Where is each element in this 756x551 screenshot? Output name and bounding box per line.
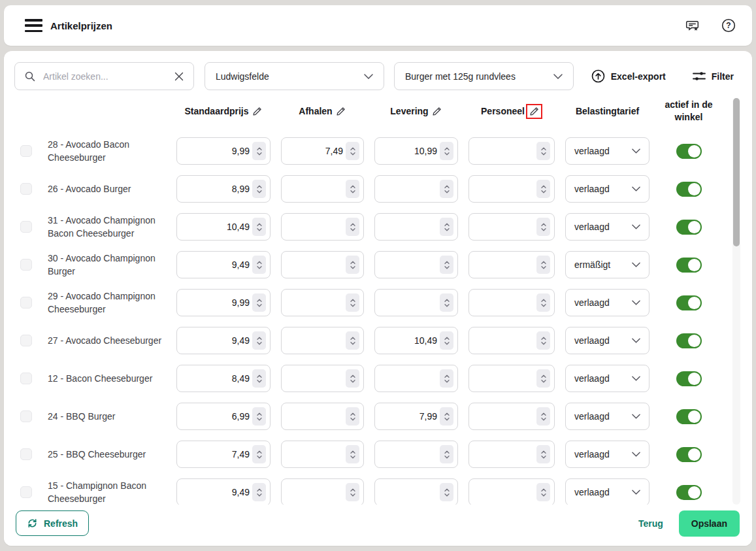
edit-pencil-icon[interactable] — [335, 106, 346, 117]
staff-price-value[interactable] — [478, 184, 536, 194]
feedback-icon[interactable] — [684, 18, 700, 33]
tax-rate-select[interactable]: verlaagd — [565, 175, 649, 203]
staff-price-input[interactable] — [468, 175, 555, 203]
active-toggle[interactable] — [676, 295, 702, 310]
pickup-price-value[interactable] — [290, 449, 346, 459]
pickup-price-input[interactable] — [281, 175, 364, 203]
tax-rate-select[interactable]: verlaagd — [565, 441, 649, 468]
pickup-price-value[interactable] — [290, 335, 346, 346]
pickup-price-input[interactable] — [281, 365, 364, 392]
delivery-price-input[interactable] — [374, 137, 458, 165]
active-toggle[interactable] — [676, 144, 702, 159]
standard-price-input[interactable] — [176, 289, 271, 316]
standard-price-value[interactable] — [186, 449, 252, 459]
row-checkbox[interactable] — [20, 183, 32, 195]
stepper-arrows-icon[interactable] — [536, 445, 550, 463]
stepper-arrows-icon[interactable] — [536, 142, 550, 160]
staff-price-input[interactable] — [468, 251, 555, 278]
staff-price-input[interactable] — [468, 327, 555, 354]
stepper-arrows-icon[interactable] — [346, 180, 359, 198]
pickup-price-input[interactable] — [281, 441, 364, 468]
row-checkbox[interactable] — [20, 410, 32, 422]
refresh-button[interactable]: Refresh — [16, 510, 89, 536]
delivery-price-value[interactable] — [384, 222, 440, 232]
pickup-price-input[interactable] — [281, 213, 364, 241]
standard-price-value[interactable] — [186, 411, 252, 422]
tax-rate-select[interactable]: verlaagd — [565, 365, 649, 392]
pickup-price-input[interactable] — [281, 327, 364, 354]
stepper-arrows-icon[interactable] — [346, 256, 359, 274]
pickup-price-value[interactable] — [290, 184, 346, 194]
edit-pencil-icon[interactable] — [529, 106, 540, 117]
pickup-price-input[interactable] — [281, 251, 364, 278]
staff-price-value[interactable] — [478, 146, 536, 156]
tax-rate-select[interactable]: ermäßigt — [565, 251, 649, 278]
pickup-price-value[interactable] — [290, 487, 346, 497]
category-select[interactable]: Burger met 125g rundvlees — [394, 62, 574, 90]
active-toggle[interactable] — [676, 409, 702, 424]
stepper-arrows-icon[interactable] — [346, 445, 359, 463]
pickup-price-value[interactable] — [290, 297, 346, 308]
delivery-price-value[interactable] — [384, 297, 440, 308]
standard-price-value[interactable] — [186, 297, 252, 308]
pickup-price-value[interactable] — [290, 146, 346, 156]
stepper-arrows-icon[interactable] — [536, 293, 550, 312]
stepper-arrows-icon[interactable] — [252, 293, 266, 312]
stepper-arrows-icon[interactable] — [346, 331, 359, 350]
vertical-scrollbar[interactable] — [732, 98, 740, 505]
edit-pencil-icon[interactable] — [431, 106, 442, 117]
delivery-price-input[interactable] — [374, 327, 458, 354]
stepper-arrows-icon[interactable] — [440, 483, 453, 501]
staff-price-input[interactable] — [468, 137, 555, 165]
staff-price-value[interactable] — [478, 373, 536, 384]
save-button[interactable]: Opslaan — [679, 510, 740, 537]
stepper-arrows-icon[interactable] — [252, 369, 266, 388]
stepper-arrows-icon[interactable] — [536, 407, 550, 426]
active-toggle[interactable] — [676, 447, 702, 462]
standard-price-input[interactable] — [176, 137, 271, 165]
standard-price-input[interactable] — [176, 365, 271, 392]
staff-price-input[interactable] — [468, 213, 555, 241]
stepper-arrows-icon[interactable] — [252, 445, 266, 463]
stepper-arrows-icon[interactable] — [252, 256, 266, 274]
standard-price-value[interactable] — [186, 222, 252, 232]
delivery-price-input[interactable] — [374, 289, 458, 316]
row-checkbox[interactable] — [20, 373, 32, 384]
staff-price-value[interactable] — [478, 487, 536, 497]
delivery-price-value[interactable] — [384, 335, 440, 346]
stepper-arrows-icon[interactable] — [346, 483, 359, 501]
row-checkbox[interactable] — [20, 297, 32, 309]
delivery-price-value[interactable] — [384, 373, 440, 384]
row-checkbox[interactable] — [20, 259, 32, 271]
stepper-arrows-icon[interactable] — [346, 407, 359, 426]
standard-price-value[interactable] — [186, 373, 252, 384]
active-toggle[interactable] — [676, 220, 702, 235]
stepper-arrows-icon[interactable] — [536, 483, 550, 501]
delivery-price-value[interactable] — [384, 146, 440, 156]
stepper-arrows-icon[interactable] — [440, 369, 453, 388]
stepper-arrows-icon[interactable] — [440, 331, 453, 350]
delivery-price-value[interactable] — [384, 259, 440, 270]
stepper-arrows-icon[interactable] — [346, 293, 359, 312]
stepper-arrows-icon[interactable] — [536, 218, 550, 236]
row-checkbox[interactable] — [20, 486, 32, 498]
stepper-arrows-icon[interactable] — [346, 142, 359, 160]
standard-price-value[interactable] — [186, 487, 252, 497]
pickup-price-input[interactable] — [281, 478, 364, 505]
staff-price-input[interactable] — [468, 441, 555, 468]
stepper-arrows-icon[interactable] — [252, 483, 266, 501]
tax-rate-select[interactable]: verlaagd — [565, 137, 649, 165]
tax-rate-select[interactable]: verlaagd — [565, 403, 649, 430]
stepper-arrows-icon[interactable] — [440, 256, 453, 274]
staff-price-value[interactable] — [478, 449, 536, 459]
staff-price-input[interactable] — [468, 365, 555, 392]
edit-pencil-icon[interactable] — [252, 106, 263, 117]
standard-price-input[interactable] — [176, 327, 271, 354]
stepper-arrows-icon[interactable] — [440, 293, 453, 312]
staff-price-value[interactable] — [478, 297, 536, 308]
delivery-price-input[interactable] — [374, 213, 458, 241]
stepper-arrows-icon[interactable] — [536, 180, 550, 198]
delivery-price-input[interactable] — [374, 478, 458, 505]
row-checkbox[interactable] — [20, 335, 32, 346]
active-toggle[interactable] — [676, 258, 702, 273]
